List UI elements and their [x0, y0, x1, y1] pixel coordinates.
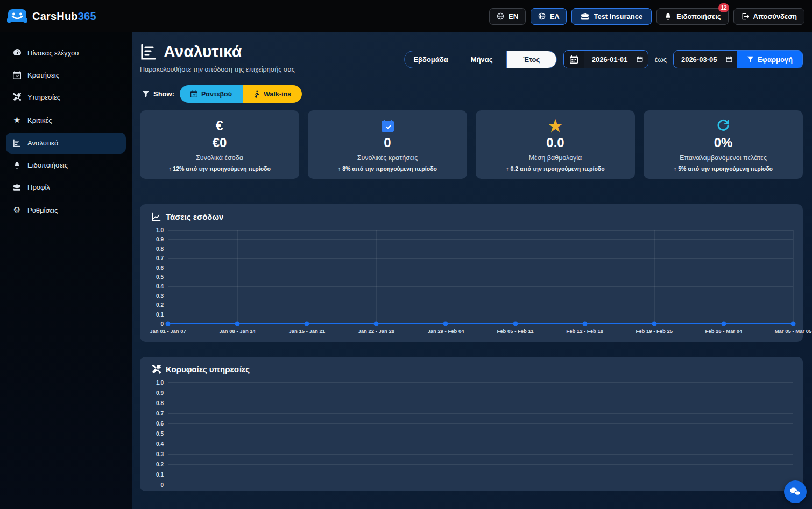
stat-label: Συνολικές κρατήσεις	[308, 154, 467, 162]
lang-en-label: EN	[509, 12, 518, 20]
refresh-icon	[644, 117, 803, 134]
brand-logo[interactable]: CarsHub365	[6, 8, 96, 24]
calendar-check-icon	[12, 71, 22, 79]
date-range-separator: έως	[655, 55, 667, 64]
sidebar-item-label: Υπηρεσίες	[27, 93, 60, 101]
lang-en-button[interactable]: EN	[489, 8, 526, 25]
page-title-text: Αναλυτικά	[164, 43, 242, 61]
page-subtitle: Παρακολουθήστε την απόδοση της επιχείρησ…	[140, 66, 295, 73]
period-week-button[interactable]: Εβδομάδα	[405, 51, 457, 68]
briefcase-icon	[581, 12, 589, 20]
plot-area	[168, 382, 793, 485]
stat-label: Μέση βαθμολογία	[476, 154, 635, 162]
sidebar-item-profile[interactable]: Προφίλ	[6, 177, 126, 198]
period-segmented-control: Εβδομάδα Μήνας Έτος	[404, 51, 556, 68]
bar-chart-icon	[140, 43, 157, 60]
walkins-toggle[interactable]: Walk-ins	[243, 85, 302, 103]
business-label: Test Insurance	[594, 12, 642, 20]
navbar-actions: EN ΕΛ Test Insurance	[489, 8, 804, 25]
sidebar-item-services[interactable]: Υπηρεσίες	[6, 87, 126, 108]
sidebar-item-settings[interactable]: ⚙ Ρυθμίσεις	[6, 199, 126, 221]
speedometer-icon	[12, 48, 22, 57]
sidebar-item-label: Πίνακας ελέγχου	[27, 49, 79, 57]
euro-icon: €	[140, 117, 299, 134]
sidebar-item-reviews[interactable]: ★ Κριτικές	[6, 109, 126, 131]
date-from-input[interactable]	[584, 51, 648, 68]
chat-bubbles-icon	[789, 486, 802, 497]
period-controls: Εβδομάδα Μήνας Έτος	[404, 50, 803, 68]
top-services-card: Κορυφαίες υπηρεσίες 1.00.90.80.70.60.50.…	[140, 357, 803, 491]
notifications-button[interactable]: Ειδοποιήσεις 12	[656, 8, 728, 25]
sidebar-item-label: Ειδοποιήσεις	[27, 161, 68, 169]
period-year-button[interactable]: Έτος	[507, 51, 556, 68]
title-block: Αναλυτικά Παρακολουθήστε την απόδοση της…	[140, 43, 295, 73]
stat-label: Συνολικά έσοδα	[140, 154, 299, 162]
x-axis-row: Jan 01 - Jan 07Jan 08 - Jan 14Jan 15 - J…	[147, 324, 793, 336]
show-label: Show:	[142, 90, 174, 98]
stat-trend: ↑ 8% από την προηγούμενη περίοδο	[308, 165, 467, 172]
y-axis: 1.00.90.80.70.60.50.40.30.20.10	[147, 230, 168, 324]
sidebar-item-analytics[interactable]: Αναλυτικά	[6, 133, 126, 154]
stat-card-rating: ★ 0.0 Μέση βαθμολογία ↑ 0.2 από την προη…	[476, 110, 635, 179]
globe-icon	[538, 12, 546, 20]
stat-label: Επαναλαμβανόμενοι πελάτες	[644, 154, 803, 162]
appointments-toggle[interactable]: Ραντεβού	[180, 85, 243, 103]
walkins-label: Walk-ins	[264, 90, 291, 98]
tools-icon	[152, 365, 161, 374]
calendar-picker-button[interactable]	[564, 51, 584, 68]
logout-button[interactable]: Αποσύνδεση	[733, 8, 805, 25]
stat-cards: € €0 Συνολικά έσοδα ↑ 12% από την προηγο…	[140, 110, 803, 179]
star-icon: ★	[476, 117, 635, 134]
stat-value: 0	[308, 135, 467, 150]
plot-area	[168, 230, 793, 324]
logout-icon	[741, 12, 749, 20]
period-month-button[interactable]: Μήνας	[457, 51, 507, 68]
sidebar-item-notifications[interactable]: Ειδοποιήσεις	[6, 155, 126, 176]
sidebar-item-label: Ρυθμίσεις	[27, 206, 58, 214]
sidebar: Πίνακας ελέγχου Κρατήσεις Υπηρεσίες ★ Κρ…	[0, 32, 132, 509]
top-navbar: CarsHub365 EN ΕΛ Te	[0, 0, 812, 32]
date-to-input[interactable]	[674, 51, 737, 68]
y-axis: 1.00.90.80.70.60.50.40.30.20.10	[147, 382, 168, 485]
sidebar-item-label: Αναλυτικά	[27, 139, 59, 147]
services-chart: 1.00.90.80.70.60.50.40.30.20.10	[147, 382, 793, 485]
bar-chart-icon	[12, 139, 22, 147]
briefcase-icon	[12, 184, 22, 191]
walking-person-icon	[253, 90, 260, 98]
gear-icon: ⚙	[12, 205, 22, 215]
globe-icon	[497, 12, 504, 20]
revenue-chart: 1.00.90.80.70.60.50.40.30.20.10	[147, 230, 793, 324]
logout-label: Αποσύνδεση	[753, 12, 797, 20]
main-content: Αναλυτικά Παρακολουθήστε την απόδοση της…	[132, 32, 812, 509]
apply-label: Εφαρμογή	[758, 55, 793, 64]
business-button[interactable]: Test Insurance	[571, 8, 652, 25]
bell-icon	[12, 161, 22, 169]
line-chart-icon	[152, 212, 161, 221]
apply-button[interactable]: Εφαρμογή	[737, 51, 802, 68]
stat-trend: ↑ 5% από την προηγούμενη περίοδο	[644, 165, 803, 172]
show-filter-row: Show: Ραντεβού Walk-ins	[142, 85, 803, 103]
stat-value: 0%	[644, 135, 803, 150]
tools-icon	[12, 93, 22, 101]
car-logo-icon	[6, 8, 28, 24]
date-from-field	[584, 51, 648, 68]
stat-trend: ↑ 12% από την προηγούμενη περίοδο	[140, 165, 299, 172]
date-to-group: Εφαρμογή	[673, 50, 803, 68]
revenue-trend-card: Τάσεις εσόδων 1.00.90.80.70.60.50.40.30.…	[140, 204, 803, 342]
calendar-check-icon	[308, 117, 467, 134]
sidebar-item-bookings[interactable]: Κρατήσεις	[6, 65, 126, 86]
lang-el-button[interactable]: ΕΛ	[531, 8, 567, 25]
lang-el-label: ΕΛ	[550, 12, 559, 20]
stat-value: €0	[140, 135, 299, 150]
filter-funnel-icon	[747, 56, 754, 63]
x-axis: Jan 01 - Jan 07Jan 08 - Jan 14Jan 15 - J…	[168, 324, 793, 336]
bell-icon	[664, 12, 672, 20]
brand-suffix: 365	[78, 10, 96, 22]
sidebar-item-label: Κρατήσεις	[27, 71, 59, 79]
notifications-label: Ειδοποιήσεις	[676, 12, 721, 20]
notifications-badge: 12	[718, 3, 729, 12]
sidebar-item-dashboard[interactable]: Πίνακας ελέγχου	[6, 42, 126, 64]
date-to-field	[674, 51, 737, 68]
chat-fab-button[interactable]	[784, 480, 807, 503]
filter-funnel-icon	[142, 90, 150, 98]
